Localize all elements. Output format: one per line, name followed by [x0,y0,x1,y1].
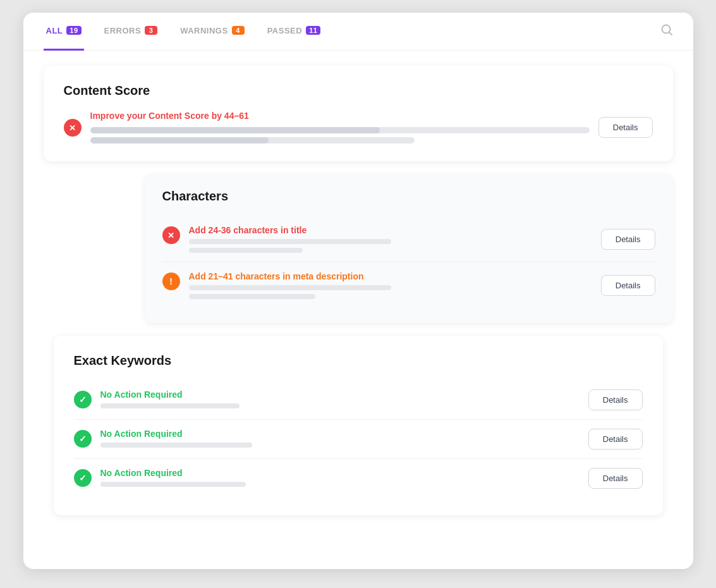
content-score-row: Improve your Content Score by 44–61 Deta… [64,111,653,144]
tab-bar: ALL 19 ERRORS 3 WARNINGS 4 PASSED 11 [23,13,693,51]
keywords-success-icon-3 [74,469,92,487]
content-score-error-icon [64,119,82,137]
characters-item-1-text: Add 24-36 characters in title [189,225,592,253]
keywords-item-2: No Action Required Details [74,420,643,459]
x-icon [69,122,76,133]
keywords-item-1: No Action Required Details [74,381,643,420]
keywords-item-3-text: No Action Required [100,468,579,487]
svg-line-1 [669,32,672,35]
keywords-item-2-label: No Action Required [100,429,579,439]
content-score-details-button[interactable]: Details [598,117,653,138]
characters-item-1: Add 24-36 characters in title Details [162,216,655,262]
characters-item-2-text: Add 21–41 characters in meta description [189,271,592,299]
tab-errors-label: ERRORS [104,26,142,35]
score-bar-1 [90,127,590,133]
placeholder-bar-2 [189,248,303,253]
tab-all[interactable]: ALL 19 [44,13,84,51]
exact-keywords-title: Exact Keywords [74,353,643,368]
tab-passed-label: PASSED [267,26,303,35]
main-content: Content Score Improve your Content Score… [23,51,693,536]
placeholder-bar-6 [100,443,252,448]
keywords-item-1-details-button[interactable]: Details [588,389,643,410]
score-bar-1-fill [90,127,380,133]
tab-warnings-label: WARNINGS [180,26,228,35]
keywords-success-icon-2 [74,430,92,448]
keywords-item-3-details-button[interactable]: Details [588,468,643,489]
content-score-error-label: Improve your Content Score by 44–61 [90,111,590,121]
check-icon-1 [79,394,87,405]
characters-item-2-details-button[interactable]: Details [601,275,655,296]
exact-keywords-card: Exact Keywords No Action Required Detail… [54,336,663,515]
content-score-card: Content Score Improve your Content Score… [44,66,673,161]
keywords-item-3-label: No Action Required [100,468,579,478]
characters-error-icon [162,226,180,244]
search-icon[interactable] [660,23,673,39]
check-icon-3 [79,472,87,484]
placeholder-bar-4 [189,294,315,299]
keywords-success-icon-1 [74,391,92,408]
score-bar-2 [90,137,415,144]
characters-card: Characters Add 24-36 characters in title… [145,174,673,323]
x-icon-2 [167,230,174,241]
tab-passed-badge: 11 [306,26,320,35]
tab-errors-badge: 3 [145,26,157,35]
tab-warnings[interactable]: WARNINGS 4 [178,13,247,51]
characters-warning-icon [162,273,180,290]
placeholder-bar-3 [189,285,391,290]
characters-item-2-label: Add 21–41 characters in meta description [189,271,592,281]
placeholder-bar-1 [189,239,391,244]
content-score-bars: Improve your Content Score by 44–61 [90,111,590,144]
tab-all-label: ALL [46,26,63,35]
main-container: ALL 19 ERRORS 3 WARNINGS 4 PASSED 11 Con… [23,13,693,569]
tab-all-badge: 19 [66,26,81,35]
characters-item-2: Add 21–41 characters in meta description… [162,262,655,308]
tab-errors[interactable]: ERRORS 3 [102,13,161,51]
check-icon-2 [79,433,87,444]
keywords-item-3: No Action Required Details [74,459,643,498]
keywords-item-1-text: No Action Required [100,389,579,408]
keywords-item-2-details-button[interactable]: Details [588,429,643,450]
exclamation-icon [169,276,173,287]
characters-item-1-label: Add 24-36 characters in title [189,225,592,235]
score-bar-2-fill [90,137,269,144]
characters-title: Characters [162,189,655,204]
placeholder-bar-7 [100,482,246,487]
placeholder-bar-5 [100,403,240,408]
tab-warnings-badge: 4 [232,26,245,35]
keywords-item-2-text: No Action Required [100,429,579,448]
characters-item-1-details-button[interactable]: Details [601,229,655,250]
tab-passed[interactable]: PASSED 11 [265,13,324,51]
content-score-title: Content Score [64,83,653,98]
keywords-item-1-label: No Action Required [100,389,579,400]
